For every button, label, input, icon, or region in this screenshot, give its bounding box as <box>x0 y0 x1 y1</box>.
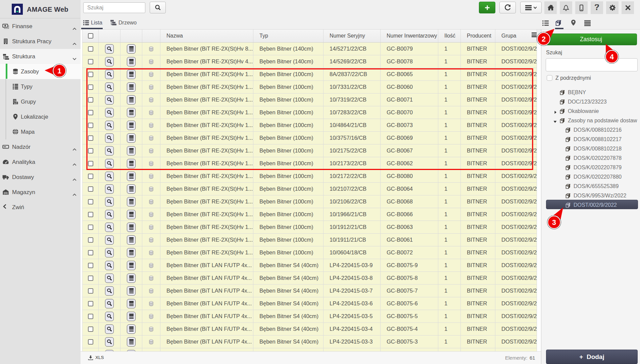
svg-text:?: ? <box>594 4 599 11</box>
